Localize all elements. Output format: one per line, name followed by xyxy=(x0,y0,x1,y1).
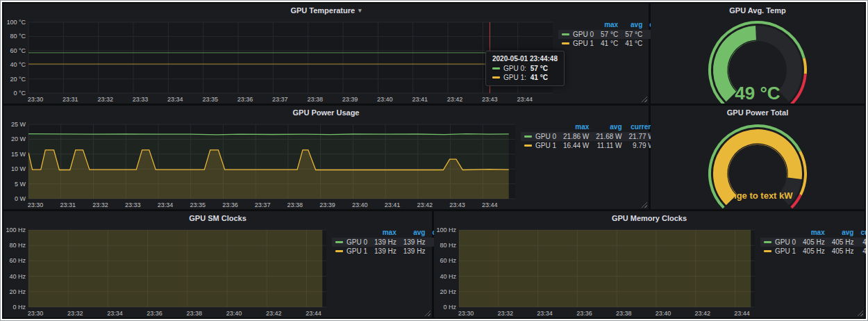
legend-value: 139 Hz xyxy=(400,247,429,256)
svg-text:100 Hz: 100 Hz xyxy=(6,227,26,233)
svg-text:40 Hz: 40 Hz xyxy=(9,273,26,280)
svg-text:23:41: 23:41 xyxy=(412,96,428,103)
legend-value: 405 Hz xyxy=(828,238,858,247)
legend-value: 139 Hz xyxy=(371,247,400,256)
series-color-swatch[interactable] xyxy=(764,241,771,243)
svg-text:23:42: 23:42 xyxy=(266,310,282,317)
legend-series-name[interactable]: GPU 0 xyxy=(775,238,796,246)
svg-text:10 W: 10 W xyxy=(11,165,26,172)
legend-series-name[interactable]: GPU 1 xyxy=(573,40,594,47)
svg-text:23:35: 23:35 xyxy=(190,201,206,208)
series-color-swatch[interactable] xyxy=(562,33,569,35)
svg-text:23:42: 23:42 xyxy=(447,96,463,103)
svg-text:23:36: 23:36 xyxy=(237,96,253,103)
svg-text:23:40: 23:40 xyxy=(352,201,368,208)
power-usage-chart[interactable]: 0 W5 W10 W15 W20 W25 W23:3023:3123:3223:… xyxy=(3,120,521,209)
svg-text:80 Hz: 80 Hz xyxy=(9,242,26,249)
sm-clocks-legend: maxavgcurrentGPU 0139 Hz139 Hz139 HzGPU … xyxy=(332,228,428,256)
legend-row: GPU 021.86 W21.68 W21.77 W xyxy=(521,132,658,141)
legend-value: 11.11 W xyxy=(592,141,625,150)
svg-text:23:44: 23:44 xyxy=(734,310,750,317)
svg-text:23:32: 23:32 xyxy=(67,310,83,317)
legend-value: 16.44 W xyxy=(560,141,592,150)
svg-text:23:36: 23:36 xyxy=(222,201,238,208)
legend-series-name[interactable]: GPU 1 xyxy=(535,142,556,149)
legend-value: 41 °C xyxy=(597,39,621,48)
series-color-swatch[interactable] xyxy=(562,42,569,44)
svg-text:23:33: 23:33 xyxy=(125,201,141,208)
legend-header-max[interactable]: max xyxy=(560,122,592,132)
svg-text:23:42: 23:42 xyxy=(417,201,433,208)
legend-header-max[interactable]: max xyxy=(799,228,828,238)
svg-text:23:32: 23:32 xyxy=(92,201,108,208)
series-color-swatch[interactable] xyxy=(524,145,532,147)
series-color-swatch xyxy=(492,76,500,79)
svg-text:23:35: 23:35 xyxy=(202,96,218,103)
svg-text:23:44: 23:44 xyxy=(482,201,498,208)
tooltip-row: GPU 0:57 °C xyxy=(492,65,558,72)
panel-title-gpu-avg-temp[interactable]: GPU Avg. Temp xyxy=(651,3,865,17)
legend-header-current[interactable]: current xyxy=(857,228,866,238)
sm-clocks-chart[interactable]: 0 Hz20 Hz40 Hz60 Hz80 Hz100 Hz23:3023:32… xyxy=(3,225,332,318)
legend-value: 405 Hz xyxy=(857,247,866,256)
svg-text:60 Hz: 60 Hz xyxy=(9,257,26,264)
tooltip-timestamp: 2020-05-01 23:44:48 xyxy=(492,55,558,63)
legend-series-name[interactable]: GPU 1 xyxy=(775,247,796,255)
svg-text:23:37: 23:37 xyxy=(272,96,288,103)
legend-row: GPU 116.44 W11.11 W9.79 W xyxy=(521,141,658,150)
legend-header-avg[interactable]: avg xyxy=(621,20,646,30)
svg-text:23:34: 23:34 xyxy=(537,310,553,317)
svg-text:0 W: 0 W xyxy=(15,195,26,202)
panel-title-text: GPU Power Total xyxy=(727,108,788,117)
grafana-dashboard: GPU Temperature▾ 0 °C20 °C40 °C60 °C80 °… xyxy=(2,2,866,319)
svg-text:23:38: 23:38 xyxy=(287,201,303,208)
legend-series-name[interactable]: GPU 1 xyxy=(347,247,367,255)
series-color-swatch[interactable] xyxy=(524,135,532,138)
legend-series-name[interactable]: GPU 0 xyxy=(347,238,367,246)
panel-title-gpu-sm-clocks[interactable]: GPU SM Clocks xyxy=(3,211,432,225)
svg-text:100 Hz: 100 Hz xyxy=(436,227,456,233)
legend-header-avg[interactable]: avg xyxy=(592,122,625,132)
svg-text:23:39: 23:39 xyxy=(342,96,358,103)
panel-title-gpu-power-total[interactable]: GPU Power Total xyxy=(651,106,865,120)
svg-text:23:30: 23:30 xyxy=(28,310,44,317)
series-color-swatch[interactable] xyxy=(335,250,343,252)
panel-title-gpu-memory-clocks[interactable]: GPU Memory Clocks xyxy=(434,211,865,225)
panel-title-gpu-power-usage[interactable]: GPU Power Usage xyxy=(3,106,649,120)
svg-text:23:38: 23:38 xyxy=(187,310,203,317)
power-total-gauge: range to text kW xyxy=(651,120,865,209)
svg-text:23:39: 23:39 xyxy=(319,201,335,208)
legend-header-avg[interactable]: avg xyxy=(400,228,429,238)
legend-value: 41 °C xyxy=(621,39,646,48)
panel-gpu-sm-clocks: GPU SM Clocks 0 Hz20 Hz40 Hz60 Hz80 Hz10… xyxy=(3,211,432,318)
svg-text:5 W: 5 W xyxy=(15,181,26,188)
svg-text:23:41: 23:41 xyxy=(385,201,401,208)
tooltip-series-value: 41 °C xyxy=(531,74,548,81)
series-color-swatch[interactable] xyxy=(335,241,343,243)
legend-value: 405 Hz xyxy=(799,238,828,247)
legend-value: 57 °C xyxy=(621,30,646,39)
legend-series-name[interactable]: GPU 0 xyxy=(535,133,556,140)
svg-text:23:32: 23:32 xyxy=(97,96,113,103)
legend-header-max[interactable]: max xyxy=(371,228,400,238)
tooltip-row: GPU 1:41 °C xyxy=(492,74,558,81)
legend-header-avg[interactable]: avg xyxy=(828,228,858,238)
svg-text:23:40: 23:40 xyxy=(656,310,671,317)
legend-header-max[interactable]: max xyxy=(597,20,621,30)
svg-text:23:31: 23:31 xyxy=(62,96,78,103)
svg-text:0 Hz: 0 Hz xyxy=(443,304,456,311)
svg-text:23:44: 23:44 xyxy=(306,310,322,317)
svg-text:23:36: 23:36 xyxy=(147,310,162,317)
svg-text:80 Hz: 80 Hz xyxy=(440,242,456,249)
svg-text:20 Hz: 20 Hz xyxy=(9,288,26,295)
svg-text:0 Hz: 0 Hz xyxy=(12,304,26,311)
legend-value: 139 Hz xyxy=(371,238,400,247)
svg-text:40 °C: 40 °C xyxy=(10,61,26,68)
series-color-swatch xyxy=(492,67,500,69)
series-color-swatch[interactable] xyxy=(764,250,771,252)
legend-series-name[interactable]: GPU 0 xyxy=(573,31,594,38)
temperature-chart[interactable]: 0 °C20 °C40 °C60 °C80 °C100 °C23:3023:31… xyxy=(3,17,558,104)
panel-menu-caret-icon[interactable]: ▾ xyxy=(358,7,362,14)
memory-clocks-chart[interactable]: 0 Hz20 Hz40 Hz60 Hz80 Hz100 Hz23:3023:32… xyxy=(434,225,760,318)
panel-title-gpu-temperature[interactable]: GPU Temperature▾ xyxy=(3,3,649,17)
